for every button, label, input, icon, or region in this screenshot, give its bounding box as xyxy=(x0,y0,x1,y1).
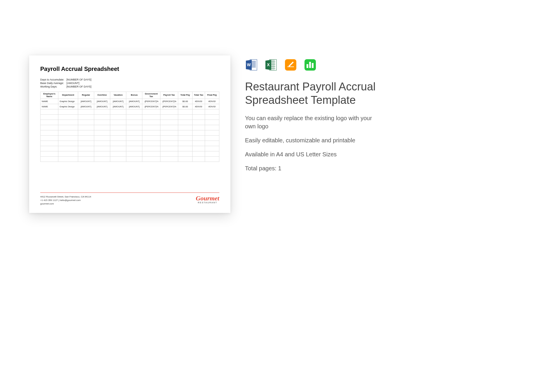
table-cell-empty xyxy=(142,151,160,157)
table-cell: NAME xyxy=(41,99,58,104)
table-cell-empty xyxy=(192,109,205,115)
table-cell-empty xyxy=(178,136,192,141)
table-cell-empty xyxy=(94,130,110,136)
table-cell-empty xyxy=(41,130,58,136)
table-cell: $0.00 xyxy=(178,99,192,104)
table-cell-empty xyxy=(41,125,58,130)
table-cell-empty xyxy=(110,115,126,120)
table-cell-empty xyxy=(78,136,94,141)
table-cell: [AMOUNT] xyxy=(126,99,142,104)
table-cell-empty xyxy=(94,109,110,115)
table-cell-empty xyxy=(126,136,142,141)
table-cell: [AMOUNT] xyxy=(110,104,126,109)
table-cell: [AMOUNT] xyxy=(78,104,94,109)
footer-address: 4412 Roosevelt Street, San Francisco, CA… xyxy=(40,195,91,199)
table-row-empty xyxy=(41,120,219,125)
meta-working-value: [NUMBER OF DAYS] xyxy=(66,85,91,88)
table-cell-empty xyxy=(160,151,178,157)
table-cell: $0.00 xyxy=(178,104,192,109)
table-cell-empty xyxy=(110,141,126,146)
table-cell-empty xyxy=(192,120,205,125)
table-cell-empty xyxy=(94,120,110,125)
table-cell-empty xyxy=(205,141,219,146)
table-cell: #DIV/0! xyxy=(205,104,219,109)
table-cell-empty xyxy=(58,151,78,157)
table-cell: [AMOUNT] xyxy=(126,104,142,109)
table-cell: [AMOUNT] xyxy=(94,104,110,109)
table-cell-empty xyxy=(41,146,58,151)
template-desc-3: Available in A4 and US Letter Sizes xyxy=(245,150,379,158)
table-cell-empty xyxy=(41,136,58,141)
table-cell-empty xyxy=(110,136,126,141)
table-cell-empty xyxy=(58,130,78,136)
table-cell-empty xyxy=(94,146,110,151)
table-row-empty xyxy=(41,130,219,136)
table-cell-empty xyxy=(205,151,219,157)
table-cell-empty xyxy=(192,136,205,141)
table-cell-empty xyxy=(205,130,219,136)
table-cell-empty xyxy=(110,125,126,130)
table-cell-empty xyxy=(58,141,78,146)
table-cell: #DIV/0! xyxy=(192,99,205,104)
table-cell-empty xyxy=(126,151,142,157)
table-cell-empty xyxy=(160,120,178,125)
th-vacation: Vacation xyxy=(110,92,126,99)
table-cell-empty xyxy=(78,151,94,157)
preview-footer: 4412 Roosevelt Street, San Francisco, CA… xyxy=(40,192,219,206)
table-cell-empty xyxy=(94,136,110,141)
word-icon: W xyxy=(245,58,258,71)
table-cell-empty xyxy=(142,109,160,115)
table-cell-empty xyxy=(205,146,219,151)
table-cell-empty xyxy=(142,115,160,120)
template-desc-4: Total pages: 1 xyxy=(245,164,379,172)
pages-icon xyxy=(284,58,297,71)
svg-rect-23 xyxy=(309,62,311,68)
th-employee: Employee's Name xyxy=(41,92,58,99)
th-finalpay: Final Pay xyxy=(205,92,219,99)
table-cell-empty xyxy=(192,130,205,136)
table-cell-empty xyxy=(192,125,205,130)
table-cell-empty xyxy=(178,157,192,162)
table-cell: NAME xyxy=(41,104,58,109)
table-cell: -[PERCENT]% xyxy=(160,99,178,104)
info-panel: W X xyxy=(245,55,379,178)
th-totalpay: Total Pay xyxy=(178,92,192,99)
table-cell-empty xyxy=(126,109,142,115)
table-cell-empty xyxy=(110,146,126,151)
table-cell-empty xyxy=(160,130,178,136)
table-header-row: Employee's Name Department Regular Overt… xyxy=(41,92,219,99)
table-cell-empty xyxy=(126,141,142,146)
table-row-empty xyxy=(41,125,219,130)
table-cell-empty xyxy=(58,120,78,125)
table-cell-empty xyxy=(160,125,178,130)
table-cell-empty xyxy=(160,157,178,162)
table-cell-empty xyxy=(58,157,78,162)
table-cell-empty xyxy=(78,115,94,120)
table-cell-empty xyxy=(205,120,219,125)
table-cell-empty xyxy=(142,146,160,151)
svg-text:X: X xyxy=(267,62,270,67)
meta-base-label: Base Daily Average: xyxy=(40,82,66,85)
template-desc-1: You can easily replace the existing logo… xyxy=(245,114,379,130)
table-row-empty xyxy=(41,146,219,151)
table-cell-empty xyxy=(205,125,219,130)
table-row: NAMEGraphic Design[AMOUNT][AMOUNT][AMOUN… xyxy=(41,99,219,104)
table-cell-empty xyxy=(41,151,58,157)
table-cell-empty xyxy=(41,141,58,146)
table-cell-empty xyxy=(94,115,110,120)
table-cell-empty xyxy=(205,157,219,162)
th-regular: Regular xyxy=(78,92,94,99)
table-cell-empty xyxy=(160,141,178,146)
meta-base-value: [AMOUNT] xyxy=(66,82,79,85)
table-cell-empty xyxy=(78,130,94,136)
table-row-empty xyxy=(41,141,219,146)
table-cell-empty xyxy=(178,125,192,130)
table-cell-empty xyxy=(192,151,205,157)
template-title: Restaurant Payroll Accrual Spreadsheet T… xyxy=(245,80,379,107)
table-cell-empty xyxy=(142,141,160,146)
table-row-empty xyxy=(41,109,219,115)
excel-icon: X xyxy=(265,58,278,71)
table-cell-empty xyxy=(142,130,160,136)
table-cell-empty xyxy=(126,130,142,136)
table-cell-empty xyxy=(178,109,192,115)
